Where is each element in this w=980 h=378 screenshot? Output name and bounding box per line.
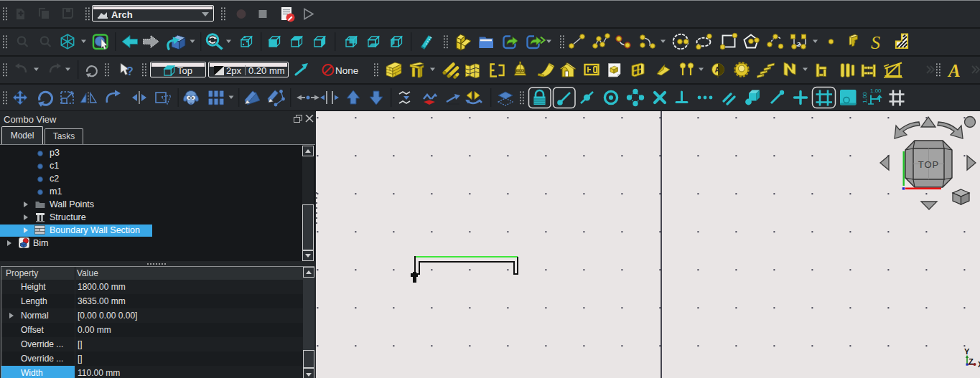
svg-text:1.00: 1.00 (870, 88, 882, 94)
svg-text:Z: Z (969, 357, 974, 366)
svg-text:None: None (335, 65, 358, 76)
svg-text:Y: Y (964, 347, 970, 356)
svg-text:S: S (871, 32, 880, 53)
svg-text:3: 3 (797, 41, 801, 48)
svg-text:?: ? (126, 65, 134, 77)
svg-text:TOP: TOP (918, 159, 940, 170)
svg-text:1.00: 1.00 (862, 92, 868, 103)
svg-text:A: A (947, 61, 961, 80)
svg-text:A: A (715, 66, 720, 74)
